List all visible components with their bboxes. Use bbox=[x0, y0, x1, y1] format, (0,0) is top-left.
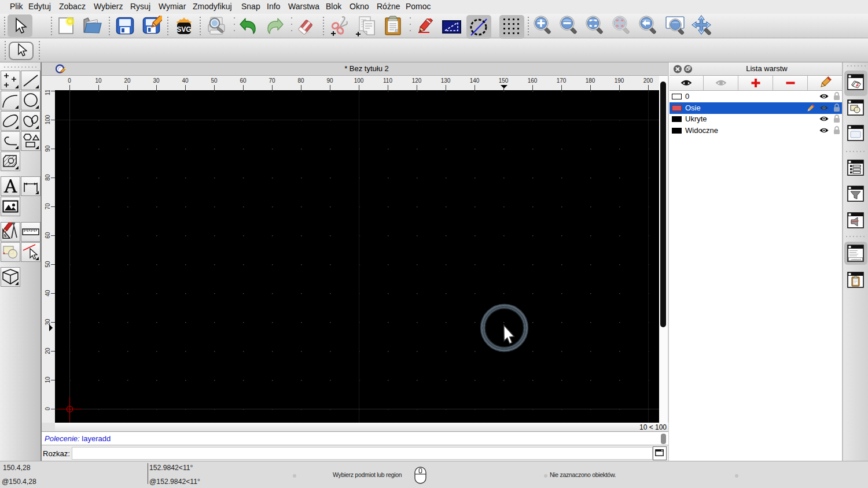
svg-text:110: 110 bbox=[45, 90, 51, 95]
svg-text:30: 30 bbox=[153, 77, 160, 84]
svg-text:70: 70 bbox=[269, 77, 275, 84]
svg-text:50: 50 bbox=[45, 261, 51, 268]
svg-text:130: 130 bbox=[441, 77, 451, 84]
svg-text:20: 20 bbox=[124, 77, 131, 84]
svg-text:30: 30 bbox=[45, 319, 51, 326]
svg-text:120: 120 bbox=[412, 77, 422, 84]
svg-text:40: 40 bbox=[182, 77, 189, 84]
svg-text:10: 10 bbox=[95, 77, 102, 84]
svg-text:170: 170 bbox=[557, 77, 567, 84]
svg-text:command: command bbox=[851, 258, 861, 261]
svg-text:50: 50 bbox=[211, 77, 218, 84]
svg-text:150: 150 bbox=[499, 77, 509, 84]
svg-text:40: 40 bbox=[45, 290, 51, 297]
svg-text:60: 60 bbox=[240, 77, 247, 84]
svg-text:10: 10 bbox=[45, 376, 51, 383]
svg-text:0: 0 bbox=[45, 407, 51, 411]
svg-text:80: 80 bbox=[297, 77, 304, 84]
svg-text:20: 20 bbox=[45, 347, 51, 354]
svg-text:100: 100 bbox=[45, 114, 51, 124]
svg-text:180: 180 bbox=[586, 77, 595, 84]
svg-text:SVG: SVG bbox=[176, 25, 191, 34]
svg-text:100: 100 bbox=[354, 77, 364, 84]
svg-text:110: 110 bbox=[383, 77, 392, 84]
svg-text:190: 190 bbox=[615, 77, 624, 84]
svg-text:140: 140 bbox=[470, 77, 480, 84]
svg-text:160: 160 bbox=[528, 77, 538, 84]
svg-text:0: 0 bbox=[68, 77, 71, 84]
svg-text:80: 80 bbox=[45, 174, 51, 181]
svg-text:90: 90 bbox=[326, 77, 333, 84]
svg-text:70: 70 bbox=[45, 203, 51, 210]
svg-text:200: 200 bbox=[643, 77, 653, 84]
svg-text:60: 60 bbox=[45, 232, 51, 239]
svg-text:90: 90 bbox=[45, 145, 51, 152]
